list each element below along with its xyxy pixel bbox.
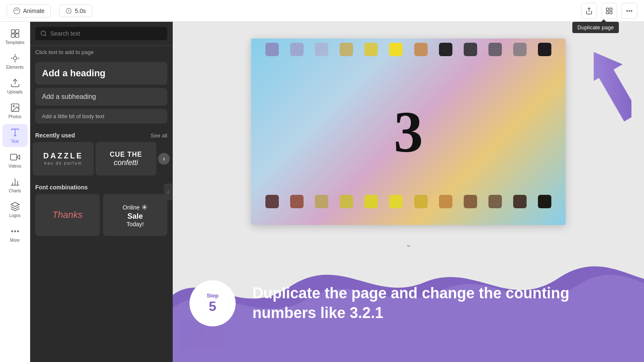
font-card-cue[interactable]: CUE THE confetti (96, 142, 157, 176)
canvas-area: 3 (173, 22, 644, 362)
sidebar-item-text[interactable]: Text (3, 124, 28, 147)
duplicate-tooltip: Duplicate page (572, 22, 619, 33)
add-page-button[interactable]: + (230, 331, 251, 352)
font-cards-row: DAZZLE eau de parfum CUE THE confetti › (30, 142, 172, 181)
animate-button[interactable]: Animate (7, 4, 51, 18)
sidebar-item-elements[interactable]: Elements (3, 50, 28, 73)
svg-rect-13 (16, 34, 19, 37)
add-body-button[interactable]: Add a little bit of body text (35, 109, 167, 124)
svg-rect-10 (11, 30, 15, 33)
sidebar-item-charts[interactable]: Charts (3, 173, 28, 197)
sidebar-label-logos: Logos (9, 213, 21, 218)
film-hole (414, 43, 428, 56)
zoom-indicator: 41% (615, 307, 636, 316)
font-combo-online-sale[interactable]: Online ✳ Sale Today! (103, 194, 168, 236)
duration-button[interactable]: 5.0s (59, 5, 92, 17)
text-panel: Click text to add to page Add a heading … (30, 22, 173, 362)
more-options-button[interactable] (621, 3, 637, 19)
svg-point-26 (11, 231, 13, 232)
canvas-dropdown-arrow[interactable]: ⌄ (405, 240, 412, 249)
thanks-text: Thanks (52, 209, 83, 220)
svg-marker-31 (594, 47, 631, 122)
sidebar-label-text: Text (11, 139, 18, 144)
svg-rect-5 (606, 11, 608, 13)
svg-marker-20 (17, 155, 20, 159)
film-hole (364, 195, 378, 208)
film-hole (464, 43, 477, 56)
sidebar-label-templates: Templates (5, 40, 25, 45)
search-box[interactable] (35, 27, 167, 40)
online-text: Online (123, 204, 140, 211)
film-canvas[interactable]: 3 (251, 39, 566, 225)
film-hole (340, 43, 353, 56)
film-hole (414, 195, 428, 208)
svg-point-29 (41, 31, 46, 36)
sidebar-item-logos[interactable]: Logos (3, 198, 28, 221)
film-hole (464, 195, 477, 208)
add-subheading-button[interactable]: Add a subheading (35, 88, 167, 106)
cue-main-text: CUE THE (110, 151, 142, 158)
page-thumbnail-1[interactable]: 3 (181, 320, 223, 348)
recently-used-label: Recently used (35, 132, 75, 139)
sidebar-item-templates[interactable]: Templates (3, 25, 28, 48)
svg-point-14 (13, 57, 17, 60)
svg-rect-4 (610, 8, 612, 10)
main-layout: Templates Elements Uploads Photos (0, 22, 644, 362)
add-page-icon: + (238, 336, 243, 347)
sidebar-label-uploads: Uploads (7, 90, 23, 94)
top-bar-right (581, 3, 637, 19)
animate-label: Animate (23, 8, 44, 14)
sidebar-item-more[interactable]: More (3, 223, 28, 246)
sidebar-item-uploads[interactable]: Uploads (3, 75, 28, 98)
svg-point-17 (13, 106, 14, 107)
duration-label: 5.0s (75, 8, 86, 14)
svg-rect-6 (610, 11, 612, 13)
top-bar-left: Animate 5.0s (7, 4, 573, 18)
film-hole (513, 195, 527, 208)
film-hole (389, 43, 402, 56)
grid-view-button[interactable] (601, 3, 617, 19)
see-all-link[interactable]: See all (151, 132, 167, 139)
font-cards-next-arrow[interactable]: › (158, 153, 170, 165)
sidebar-icons: Templates Elements Uploads Photos (0, 22, 30, 362)
film-hole (439, 195, 452, 208)
dazzle-sub-text: eau de parfum (44, 161, 83, 166)
sidebar-label-more: More (10, 238, 20, 243)
film-holes-bottom (251, 195, 566, 208)
font-combo-thanks[interactable]: Thanks (35, 194, 100, 236)
today-text: Today! (123, 221, 148, 228)
film-hole (389, 195, 402, 208)
share-button[interactable] (581, 3, 597, 19)
panel-collapse-arrow[interactable]: ‹ (164, 184, 172, 200)
font-combinations-title: Font combinations (35, 181, 167, 194)
sidebar-label-videos: Videos (8, 164, 21, 168)
svg-point-8 (629, 10, 630, 11)
film-hole (488, 195, 502, 208)
svg-point-7 (627, 10, 628, 11)
font-combinations-section: Font combinations Thanks Online ✳ Sale T… (30, 181, 172, 241)
film-hole (439, 43, 452, 56)
svg-point-28 (17, 231, 18, 232)
text-search-area (30, 22, 172, 46)
duplicate-tooltip-text: Duplicate page (577, 24, 614, 31)
film-hole (290, 43, 304, 56)
film-hole (265, 195, 279, 208)
center-number[interactable]: 3 (394, 103, 423, 161)
sidebar-item-videos[interactable]: Videos (3, 149, 28, 172)
canvas-scroll-area[interactable]: 3 (173, 22, 644, 320)
search-input[interactable] (50, 30, 162, 37)
confetti-text: confetti (110, 158, 142, 167)
film-hole (513, 43, 527, 56)
add-heading-button[interactable]: Add a heading (35, 62, 167, 85)
search-icon (40, 30, 47, 37)
sidebar-label-elements: Elements (6, 65, 24, 70)
svg-line-30 (45, 35, 46, 36)
top-bar: Animate 5.0s (0, 0, 644, 22)
font-card-dazzle[interactable]: DAZZLE eau de parfum (33, 142, 94, 176)
click-hint: Click text to add to page (30, 46, 172, 60)
film-hole (265, 43, 279, 56)
sidebar-item-photos[interactable]: Photos (3, 99, 28, 122)
film-hole (315, 195, 328, 208)
font-combo-cards: Thanks Online ✳ Sale Today! (35, 194, 167, 241)
recently-used-header: Recently used See all (30, 125, 172, 142)
